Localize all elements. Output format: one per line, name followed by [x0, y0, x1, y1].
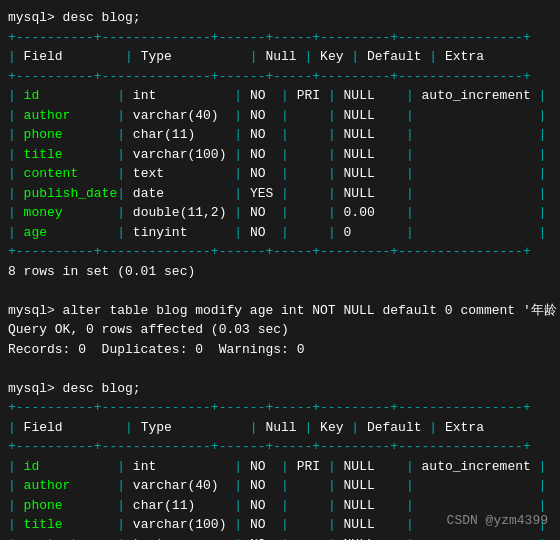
terminal-content: mysql> desc blog; +----------+----------…	[8, 8, 552, 540]
watermark: CSDN @yzm4399	[447, 513, 548, 528]
alter-cmd: mysql> alter table blog modify age int N…	[8, 303, 560, 318]
header: |	[8, 49, 24, 64]
sep1: +----------+--------------+------+-----+…	[8, 30, 531, 45]
query-ok: Query OK, 0 rows affected (0.03 sec)	[8, 322, 289, 337]
terminal: mysql> desc blog; +----------+----------…	[8, 8, 552, 540]
prompt1: mysql> desc blog;	[8, 10, 141, 25]
result1: 8 rows in set (0.01 sec)	[8, 264, 195, 279]
prompt2: mysql> desc blog;	[8, 381, 141, 396]
records-info: Records: 0 Duplicates: 0 Warnings: 0	[8, 342, 304, 357]
